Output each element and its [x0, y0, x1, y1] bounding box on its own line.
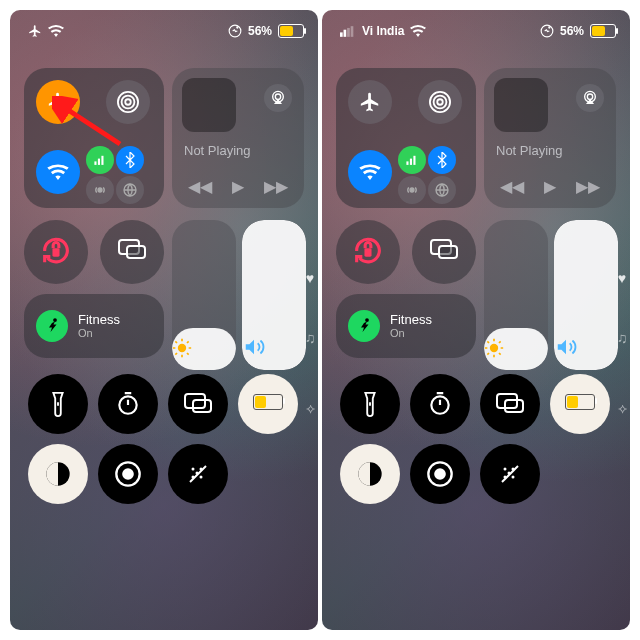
svg-point-25 — [53, 318, 57, 322]
svg-rect-42 — [351, 26, 354, 37]
airplay-button[interactable] — [264, 84, 292, 112]
svg-rect-29 — [193, 400, 211, 412]
cellular-toggle[interactable] — [398, 146, 426, 174]
hotspot-toggle[interactable] — [398, 176, 426, 204]
svg-rect-48 — [406, 161, 408, 165]
connectivity-tile[interactable] — [336, 68, 476, 208]
side-tab-antenna[interactable]: ⟡ — [614, 400, 630, 418]
next-button[interactable]: ▶▶ — [576, 177, 600, 196]
orientation-lock-toggle[interactable] — [24, 220, 88, 284]
svg-line-22 — [187, 353, 189, 355]
hearing-button[interactable] — [480, 444, 540, 504]
side-tab-antenna[interactable]: ⟡ — [302, 400, 318, 418]
svg-rect-13 — [52, 248, 59, 256]
dark-mode-button[interactable] — [340, 444, 400, 504]
screen-mirror-button[interactable] — [480, 374, 540, 434]
svg-line-23 — [175, 353, 177, 355]
svg-point-33 — [192, 468, 195, 471]
svg-line-24 — [187, 341, 189, 343]
battery-lowpower-icon — [565, 394, 595, 414]
side-tab-heart[interactable]: ♥ — [614, 270, 630, 288]
svg-point-16 — [178, 344, 186, 352]
dark-mode-button[interactable] — [28, 444, 88, 504]
vpn-toggle[interactable] — [116, 176, 144, 204]
fitness-icon — [36, 310, 68, 342]
low-power-mode-button[interactable] — [238, 374, 298, 434]
screen-record-button[interactable] — [410, 444, 470, 504]
volume-icon — [242, 336, 306, 358]
brightness-slider[interactable] — [172, 220, 236, 370]
bluetooth-toggle[interactable] — [428, 146, 456, 174]
activity-icon — [228, 24, 242, 38]
svg-line-21 — [175, 341, 177, 343]
cellular-toggle[interactable] — [86, 146, 114, 174]
now-playing-label: Not Playing — [496, 143, 562, 158]
brightness-slider[interactable] — [484, 220, 548, 370]
wifi-toggle[interactable] — [36, 150, 80, 194]
bluetooth-toggle[interactable] — [116, 146, 144, 174]
brightness-icon — [484, 338, 548, 358]
album-art-placeholder — [182, 78, 236, 132]
volume-slider[interactable] — [554, 220, 618, 370]
screen-mirror-small[interactable] — [100, 220, 164, 284]
timer-button[interactable] — [98, 374, 158, 434]
prev-button[interactable]: ◀◀ — [500, 177, 524, 196]
hotspot-toggle[interactable] — [86, 176, 114, 204]
fitness-subtitle: On — [390, 327, 432, 339]
play-button[interactable]: ▶ — [544, 177, 556, 196]
svg-rect-57 — [439, 246, 457, 258]
wifi-toggle[interactable] — [348, 150, 392, 194]
hearing-button[interactable] — [168, 444, 228, 504]
svg-rect-71 — [505, 400, 523, 412]
battery-percent: 56% — [560, 24, 584, 38]
next-button[interactable]: ▶▶ — [264, 177, 288, 196]
svg-rect-55 — [364, 248, 371, 256]
status-left — [28, 24, 64, 38]
airdrop-toggle[interactable] — [106, 80, 150, 124]
connectivity-tile[interactable] — [24, 68, 164, 208]
fitness-title: Fitness — [390, 313, 432, 327]
battery-percent: 56% — [248, 24, 272, 38]
wifi-status-icon — [410, 25, 426, 37]
fitness-labels: Fitness On — [78, 313, 120, 339]
svg-point-46 — [434, 96, 447, 109]
battery-icon — [278, 24, 304, 38]
media-tile[interactable]: Not Playing ◀◀ ▶ ▶▶ — [172, 68, 304, 208]
fitness-tile[interactable]: Fitness On — [24, 294, 164, 358]
vpn-toggle[interactable] — [428, 176, 456, 204]
airplane-mode-toggle[interactable] — [36, 80, 80, 124]
flashlight-button[interactable] — [28, 374, 88, 434]
status-right: 56% — [228, 24, 304, 38]
svg-rect-41 — [347, 27, 350, 36]
svg-rect-50 — [413, 156, 415, 165]
airdrop-toggle[interactable] — [418, 80, 462, 124]
svg-rect-40 — [344, 29, 347, 36]
screen-mirror-small[interactable] — [412, 220, 476, 284]
signal-bars-icon — [340, 26, 356, 37]
prev-button[interactable]: ◀◀ — [188, 177, 212, 196]
now-playing-label: Not Playing — [184, 143, 250, 158]
side-tab-music[interactable]: ♫ — [302, 330, 318, 348]
low-power-mode-button[interactable] — [550, 374, 610, 434]
flashlight-button[interactable] — [340, 374, 400, 434]
airplane-mode-toggle[interactable] — [348, 80, 392, 124]
timer-button[interactable] — [410, 374, 470, 434]
side-tab-heart[interactable]: ♥ — [302, 270, 318, 288]
screen-record-button[interactable] — [98, 444, 158, 504]
play-button[interactable]: ▶ — [232, 177, 244, 196]
side-tab-music[interactable]: ♫ — [614, 330, 630, 348]
svg-line-63 — [487, 341, 489, 343]
volume-slider[interactable] — [242, 220, 306, 370]
status-bar: 56% — [10, 10, 318, 54]
fitness-tile[interactable]: Fitness On — [336, 294, 476, 358]
status-left: Vi India — [340, 24, 426, 38]
airplane-mode-status-icon — [28, 24, 42, 38]
airplay-button[interactable] — [576, 84, 604, 112]
screen-mirror-button[interactable] — [168, 374, 228, 434]
svg-point-8 — [98, 188, 102, 192]
svg-line-65 — [487, 353, 489, 355]
brightness-icon — [172, 338, 236, 358]
battery-lowpower-icon — [253, 394, 283, 414]
orientation-lock-toggle[interactable] — [336, 220, 400, 284]
media-tile[interactable]: Not Playing ◀◀ ▶ ▶▶ — [484, 68, 616, 208]
